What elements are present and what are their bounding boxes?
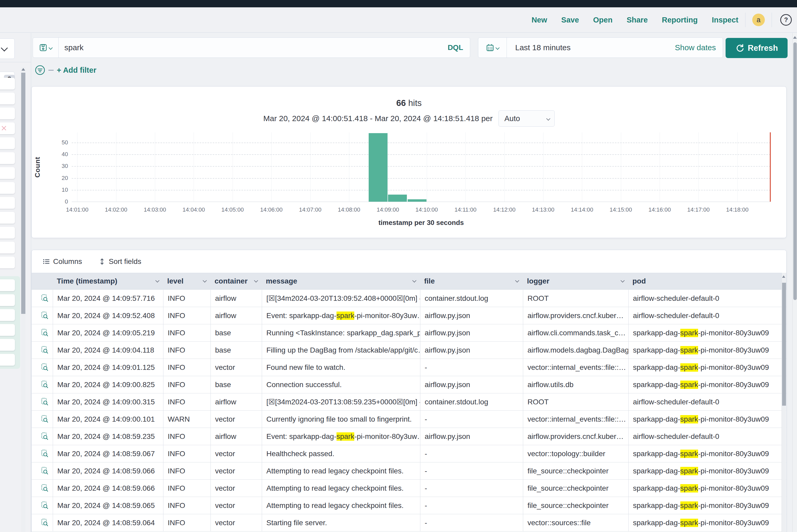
nav-link-share[interactable]: Share	[627, 16, 648, 24]
window-scrollbar-up-arrow[interactable]	[793, 36, 797, 39]
expand-document-button[interactable]	[37, 290, 53, 307]
field-card[interactable]	[0, 324, 15, 336]
table-scrollbar-track[interactable]	[782, 273, 786, 532]
expand-document-button[interactable]	[37, 342, 53, 359]
cell-level: INFO	[163, 462, 210, 479]
nav-link-reporting[interactable]: Reporting	[662, 16, 698, 24]
x-tick-label: 14:17:00	[687, 206, 710, 213]
chevron-down-icon[interactable]	[620, 279, 625, 283]
interval-select[interactable]: Auto	[498, 110, 555, 127]
expand-document-button[interactable]	[37, 445, 53, 462]
field-card[interactable]	[0, 197, 15, 209]
table-scrollbar-thumb[interactable]	[782, 283, 786, 406]
field-card[interactable]	[0, 78, 15, 90]
calendar-icon	[486, 44, 494, 52]
expand-document-button[interactable]	[37, 359, 53, 376]
field-card[interactable]	[0, 242, 15, 253]
field-card[interactable]	[0, 93, 15, 104]
chevron-down-icon	[1, 44, 8, 52]
field-card[interactable]	[0, 108, 15, 119]
column-header-logger[interactable]: logger	[523, 273, 628, 289]
window-scrollbar-thumb[interactable]	[793, 42, 797, 300]
expand-document-button[interactable]	[37, 462, 53, 479]
chevron-down-icon[interactable]	[155, 279, 160, 283]
nav-link-new[interactable]: New	[532, 16, 547, 24]
cell-time: Mar 20, 2024 @ 14:08:59.066	[53, 462, 163, 479]
time-range-value[interactable]: Last 18 minutes	[507, 43, 675, 52]
field-card[interactable]	[0, 122, 15, 134]
nav-link-save[interactable]: Save	[561, 16, 579, 24]
cell-level: INFO	[163, 307, 210, 324]
table-row: Mar 20, 2024 @ 14:09:01.125INFOvectorFou…	[32, 359, 786, 376]
refresh-button[interactable]: Refresh	[726, 38, 787, 58]
histogram-bar[interactable]	[408, 199, 426, 202]
time-picker: Last 18 minutes Show dates	[478, 37, 723, 58]
field-card[interactable]	[0, 152, 15, 164]
cell-time: Mar 20, 2024 @ 14:08:59.065	[53, 497, 163, 514]
cell-level: INFO	[163, 376, 210, 393]
expand-document-button[interactable]	[37, 497, 53, 514]
field-card[interactable]	[0, 339, 15, 351]
cell-pod: airflow-scheduler-default-0	[628, 307, 781, 324]
cell-container: vector	[210, 514, 262, 531]
x-tick-label: 14:06:00	[260, 206, 283, 213]
hits-title: 66 hits	[32, 98, 786, 108]
column-header-level[interactable]: level	[163, 273, 210, 289]
cell-text: -pi-monitor-80y3uw09	[698, 329, 769, 337]
field-card[interactable]	[0, 182, 15, 194]
chevron-down-icon[interactable]	[254, 279, 258, 283]
field-card[interactable]	[0, 354, 15, 366]
field-card[interactable]	[0, 279, 15, 291]
highlighted-term: spark	[336, 311, 354, 320]
header-divider	[745, 13, 745, 27]
field-card[interactable]	[0, 309, 15, 321]
expand-document-button[interactable]	[37, 411, 53, 428]
sidebar-scrollbar-thumb[interactable]	[21, 73, 25, 314]
nav-link-open[interactable]: Open	[593, 16, 613, 24]
field-card[interactable]	[0, 167, 15, 179]
expand-document-button[interactable]	[37, 307, 53, 324]
chevron-down-icon[interactable]	[515, 279, 519, 283]
expand-document-button[interactable]	[37, 393, 53, 411]
add-filter-button[interactable]: + Add filter	[57, 66, 96, 75]
field-card[interactable]	[0, 256, 15, 268]
search-input[interactable]	[59, 43, 441, 52]
x-tick-label: 14:18:00	[726, 206, 748, 213]
query-language-button[interactable]: DQL	[441, 43, 470, 52]
expand-document-button[interactable]	[37, 376, 53, 393]
column-header-time-timestamp-[interactable]: Time (timestamp)	[53, 273, 163, 289]
histogram-bar[interactable]	[369, 133, 388, 202]
sort-fields-button[interactable]: Sort fields	[99, 258, 141, 266]
table-scrollbar-up-arrow[interactable]	[782, 276, 785, 278]
expand-document-button[interactable]	[37, 480, 53, 497]
column-header-container[interactable]: container	[210, 273, 262, 289]
chevron-down-icon[interactable]	[412, 279, 416, 283]
expand-document-button[interactable]	[37, 428, 53, 445]
cell-message: Attempting to read legacy checkpoint fil…	[262, 480, 420, 497]
field-card[interactable]	[0, 294, 15, 306]
help-icon[interactable]: ?	[780, 14, 792, 26]
cell-message: [☒[34m2024-03-20T13:09:52.408+0000☒[0m] …	[262, 290, 420, 307]
x-tick-label: 14:10:00	[415, 206, 438, 213]
show-dates-button[interactable]: Show dates	[675, 43, 723, 52]
expand-document-button[interactable]	[37, 514, 53, 531]
date-quick-menu-button[interactable]	[478, 38, 507, 58]
index-pattern-selector[interactable]	[0, 38, 15, 59]
sidebar-scrollbar-up-arrow[interactable]	[21, 68, 25, 71]
nav-link-inspect[interactable]: Inspect	[712, 16, 738, 24]
field-card[interactable]	[0, 137, 15, 149]
column-header-pod[interactable]: pod	[628, 273, 781, 289]
column-header-message[interactable]: message	[262, 273, 420, 289]
field-card[interactable]	[0, 227, 15, 239]
avatar[interactable]: a	[752, 14, 765, 26]
column-header-file[interactable]: file	[420, 273, 523, 289]
saved-query-menu-button[interactable]	[33, 38, 59, 58]
hits-label: hits	[408, 98, 422, 108]
histogram-bar[interactable]	[388, 195, 407, 202]
chevron-down-icon[interactable]	[203, 279, 207, 283]
columns-button[interactable]: Columns	[43, 258, 82, 266]
expand-document-button[interactable]	[37, 324, 53, 341]
field-card[interactable]	[0, 212, 15, 224]
cell-message: Connection successful.	[262, 376, 420, 393]
window-scrollbar-track[interactable]	[792, 33, 797, 532]
